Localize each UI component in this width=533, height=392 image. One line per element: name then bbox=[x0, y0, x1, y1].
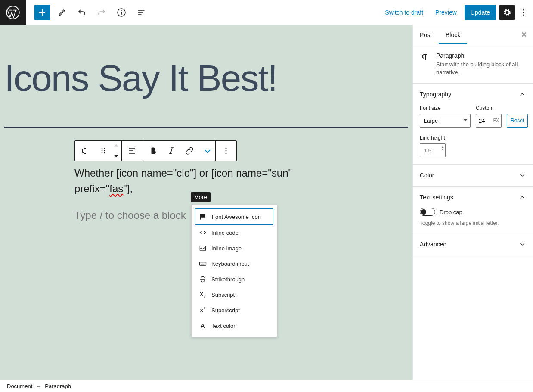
menu-item-inline-image[interactable]: Inline image bbox=[195, 240, 273, 256]
menu-item-font-awesome[interactable]: Font Awesome Icon bbox=[195, 208, 273, 225]
align-button[interactable] bbox=[122, 141, 143, 161]
custom-size-unit: PX bbox=[493, 118, 499, 123]
text-settings-header[interactable]: Text settings bbox=[413, 187, 533, 208]
typography-panel-body: Font size Large Custom PX bbox=[413, 105, 533, 164]
svg-point-6 bbox=[104, 148, 105, 149]
more-options-button[interactable] bbox=[518, 5, 529, 20]
close-sidebar-button[interactable] bbox=[518, 29, 530, 41]
line-height-stepper[interactable]: ▲▼ bbox=[441, 145, 444, 151]
drop-cap-toggle[interactable] bbox=[420, 208, 435, 216]
typography-panel-header[interactable]: Typography bbox=[413, 84, 533, 105]
breadcrumb-current[interactable]: Paragraph bbox=[45, 383, 71, 389]
block-toolbar bbox=[74, 140, 237, 161]
menu-item-keyboard-input[interactable]: Keyboard input bbox=[195, 256, 273, 271]
image-icon bbox=[198, 244, 207, 252]
add-block-button[interactable] bbox=[34, 5, 50, 20]
more-formatting-button[interactable] bbox=[200, 141, 215, 161]
wordpress-logo[interactable] bbox=[0, 0, 26, 25]
menu-item-subscript[interactable]: X2 Subscript bbox=[195, 287, 273, 302]
svg-point-12 bbox=[226, 150, 227, 152]
panel-title: Text settings bbox=[420, 194, 453, 201]
menu-item-label: Inline image bbox=[211, 245, 242, 252]
svg-point-3 bbox=[523, 12, 524, 13]
undo-button[interactable] bbox=[74, 5, 90, 20]
block-title: Paragraph bbox=[436, 52, 526, 59]
color-panel: Color bbox=[413, 165, 533, 187]
text-color-icon: A bbox=[198, 321, 207, 330]
block-info-header: Paragraph Start with the building block … bbox=[413, 45, 533, 84]
chevron-down-icon bbox=[518, 171, 526, 179]
panel-title: Advanced bbox=[420, 241, 446, 248]
menu-item-strikethrough[interactable]: Strikethrough bbox=[195, 271, 273, 287]
mover-button[interactable] bbox=[111, 141, 121, 161]
svg-point-4 bbox=[523, 14, 524, 16]
paragraph-icon bbox=[420, 52, 430, 62]
text-settings-panel: Text settings Drop cap Toggle to show a … bbox=[413, 187, 533, 233]
svg-point-10 bbox=[104, 152, 105, 154]
menu-item-label: Inline code bbox=[211, 230, 239, 236]
drop-cap-label: Drop cap bbox=[440, 209, 462, 215]
block-type-button[interactable] bbox=[75, 141, 96, 161]
menu-item-label: Keyboard input bbox=[211, 261, 249, 267]
menu-item-label: Font Awesome Icon bbox=[212, 214, 261, 220]
outline-button[interactable] bbox=[133, 5, 149, 20]
advanced-panel-header[interactable]: Advanced bbox=[413, 233, 533, 255]
tab-block[interactable]: Block bbox=[439, 25, 467, 44]
sidebar: Post Block Paragraph Start with the buil… bbox=[412, 25, 533, 380]
info-button[interactable] bbox=[114, 5, 129, 20]
svg-point-13 bbox=[226, 153, 227, 154]
advanced-panel: Advanced bbox=[413, 233, 533, 255]
breadcrumb-document[interactable]: Document bbox=[7, 383, 32, 389]
block-info-text: Paragraph Start with the building block … bbox=[436, 52, 526, 76]
top-left-group bbox=[0, 0, 149, 25]
editor-canvas[interactable]: Icons Say It Best! bbox=[0, 25, 412, 380]
paragraph-underlined: fas bbox=[109, 183, 123, 194]
paragraph-text-3: "], bbox=[123, 183, 133, 194]
strikethrough-icon bbox=[198, 275, 207, 283]
main-container: Icons Say It Best! bbox=[0, 25, 533, 380]
drag-handle-button[interactable] bbox=[96, 141, 111, 161]
custom-size-label: Custom bbox=[476, 105, 502, 111]
tab-post[interactable]: Post bbox=[413, 25, 439, 44]
top-right-group: Switch to draft Preview Update bbox=[381, 5, 533, 20]
reset-button[interactable]: Reset bbox=[507, 114, 528, 128]
svg-rect-16 bbox=[200, 262, 206, 266]
font-size-label: Font size bbox=[420, 105, 471, 111]
subscript-icon: X2 bbox=[198, 290, 207, 299]
panel-title: Typography bbox=[420, 91, 451, 98]
preview-button[interactable]: Preview bbox=[431, 6, 461, 19]
block-description: Start with the building block of all nar… bbox=[436, 61, 526, 76]
top-toolbar: Switch to draft Preview Update bbox=[0, 0, 533, 25]
paragraph-text-1: Whether [icon name="clo bbox=[74, 167, 190, 179]
redo-button[interactable] bbox=[94, 5, 109, 20]
svg-point-7 bbox=[102, 150, 103, 152]
flag-icon bbox=[199, 212, 208, 221]
settings-button[interactable] bbox=[499, 5, 515, 20]
menu-item-text-color[interactable]: A Text color bbox=[195, 318, 273, 333]
drop-cap-description: Toggle to show a large initial letter. bbox=[420, 220, 526, 226]
menu-item-label: Superscript bbox=[211, 307, 240, 314]
chevron-up-icon bbox=[518, 193, 526, 201]
svg-point-11 bbox=[226, 148, 227, 149]
panel-title: Color bbox=[420, 172, 434, 179]
chevron-down-icon bbox=[518, 240, 526, 248]
edit-mode-button[interactable] bbox=[54, 5, 70, 20]
line-height-label: Line height bbox=[420, 135, 445, 141]
page-title[interactable]: Icons Say It Best! bbox=[4, 59, 408, 96]
chevron-up-icon bbox=[518, 90, 526, 98]
bold-button[interactable] bbox=[143, 141, 164, 161]
menu-item-superscript[interactable]: X2 Superscript bbox=[195, 302, 273, 318]
breadcrumb: Document → Paragraph bbox=[0, 380, 533, 392]
svg-rect-14 bbox=[200, 214, 205, 217]
svg-text:X: X bbox=[200, 308, 203, 313]
block-more-button[interactable] bbox=[216, 141, 236, 161]
text-settings-body: Drop cap Toggle to show a large initial … bbox=[413, 208, 533, 233]
switch-to-draft-button[interactable]: Switch to draft bbox=[381, 6, 428, 19]
font-size-select[interactable]: Large bbox=[420, 114, 471, 128]
color-panel-header[interactable]: Color bbox=[413, 165, 533, 186]
menu-item-inline-code[interactable]: Inline code bbox=[195, 225, 273, 240]
editor-tools bbox=[26, 5, 149, 20]
italic-button[interactable] bbox=[164, 141, 179, 161]
link-button[interactable] bbox=[179, 141, 200, 161]
update-button[interactable]: Update bbox=[465, 5, 496, 20]
